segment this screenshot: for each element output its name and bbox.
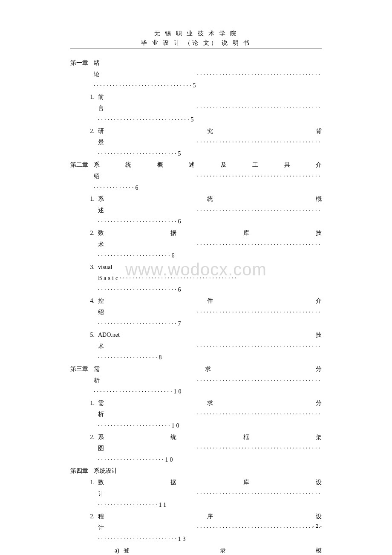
toc-dots-page: ·······························5 (70, 80, 322, 92)
toc-dots-page: ·························6 (70, 284, 322, 296)
section-title: visual (98, 262, 322, 273)
toc-subsection: a)登录模 (70, 545, 322, 555)
toc-dots-line: 图······································· (70, 443, 322, 454)
toc-chapter: 第一章绪 (70, 58, 322, 69)
chapter-label: 第二章 (70, 159, 94, 171)
toc-dots-page: ·······················10 (70, 420, 322, 432)
toc-dots-page: ···················8 (70, 352, 322, 364)
toc-section: 2.研究背 (70, 126, 322, 137)
section-title: 前 (98, 92, 322, 103)
toc-dots-page: ···················11 (70, 500, 322, 511)
toc-dots-page: ·························6 (70, 216, 322, 228)
section-title: 控件介 (98, 295, 322, 307)
table-of-contents: 第一章绪论···································… (70, 58, 322, 555)
toc-section: 1.系统概 (70, 194, 322, 205)
section-title: 需求分 (98, 398, 322, 409)
toc-dots-page: ·····················10 (70, 454, 322, 466)
section-number: 2. (83, 126, 98, 137)
chapter-label: 第四章 (70, 465, 94, 477)
toc-section: 2.系统框架 (70, 432, 322, 443)
toc-chapter: 第二章系统概述及工具介 (70, 159, 322, 171)
section-title: 数据库技 (98, 228, 322, 239)
toc-dots-line: 论······································· (70, 69, 322, 81)
toc-chapter: 第四章系统设计 (70, 465, 322, 477)
toc-section: 2.数据库技 (70, 228, 322, 239)
toc-chapter: 第三章需求分 (70, 364, 322, 375)
section-number: 1. (83, 194, 98, 205)
toc-dots-page: ·························5 (70, 148, 322, 160)
subsection-number: a) (111, 545, 124, 555)
toc-dots-page: ·············6 (70, 182, 322, 194)
section-title: ADO.net技 (98, 330, 322, 341)
section-number: 1. (83, 398, 98, 409)
chapter-label: 第一章 (70, 58, 94, 69)
section-number: 5. (83, 330, 98, 341)
section-title: 系统框架 (98, 432, 322, 443)
toc-section: 5.ADO.net技 (70, 330, 322, 341)
toc-section: 1.前 (70, 92, 322, 103)
header-institution: 无 锡 职 业 技 术 学 院 (70, 30, 322, 38)
toc-dots-page: ·························13 (70, 534, 322, 545)
section-number: 3. (83, 262, 98, 273)
toc-dots-page: ·······················6 (70, 250, 322, 262)
toc-dots-line: 计······································· (70, 522, 322, 534)
chapter-title: 需求分 (94, 364, 322, 375)
toc-dots-line: 绍······································· (70, 171, 322, 182)
toc-dots-line: 术······································· (70, 341, 322, 353)
chapter-title: 系统概述及工具介 (94, 159, 322, 171)
toc-dots-page: ·····························5 (70, 114, 322, 126)
toc-dots-line: 绍······································· (70, 307, 322, 318)
toc-dots-page: ·························10 (70, 386, 322, 398)
section-title: 系统概 (98, 194, 322, 205)
toc-dots-line: 景······································· (70, 137, 322, 148)
subsection-title: 登录模 (124, 545, 322, 555)
toc-section: 3.visual (70, 262, 322, 273)
toc-section: 4.控件介 (70, 295, 322, 307)
chapter-label: 第三章 (70, 364, 94, 375)
section-number: 1. (83, 477, 98, 489)
toc-dots-line: 言······································· (70, 103, 322, 114)
toc-dots-line: 析······································· (70, 409, 322, 420)
toc-dots-line: 析······································· (70, 375, 322, 387)
section-number: 2. (83, 511, 98, 523)
toc-dots-line: 述······································· (70, 205, 322, 217)
toc-section: 1.数据库设 (70, 477, 322, 489)
toc-dots-page: ·························7 (70, 318, 322, 330)
section-number: 2. (83, 432, 98, 443)
header-doc-type: 毕 业 设 计 （论 文） 说 明 书 (70, 39, 322, 49)
toc-dots-line: Basic···································… (70, 273, 322, 284)
section-number: 2. (83, 228, 98, 239)
section-title: 程序设 (98, 511, 322, 523)
section-number: 1. (83, 92, 98, 103)
section-number: 4. (83, 295, 98, 307)
toc-dots-line: 术······································· (70, 239, 322, 251)
section-title: 研究背 (98, 126, 322, 137)
toc-section: 2.程序设 (70, 511, 322, 523)
chapter-title: 系统设计 (94, 465, 322, 477)
chapter-title: 绪 (94, 58, 322, 69)
toc-dots-line: 计······································· (70, 489, 322, 500)
section-title: 数据库设 (98, 477, 322, 489)
toc-section: 1.需求分 (70, 398, 322, 409)
